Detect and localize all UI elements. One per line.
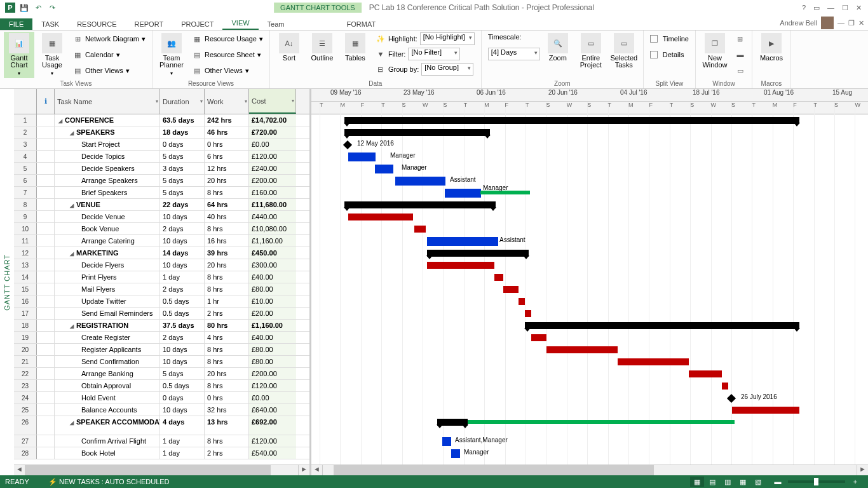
group-dropdown[interactable]: [No Group] <box>421 63 473 76</box>
cell-cost[interactable]: £0.00 <box>249 139 296 150</box>
row-number[interactable]: 1 <box>14 114 37 126</box>
gantt-bar[interactable] <box>546 346 618 353</box>
cell-cost[interactable]: £200.00 <box>249 368 296 379</box>
row-number[interactable]: 19 <box>14 332 37 343</box>
cell-duration[interactable]: 1 day <box>160 271 205 283</box>
cell-task-name[interactable]: Decide Topics <box>55 151 160 162</box>
cell-work[interactable]: 8 hrs <box>205 435 249 447</box>
cell-task-name[interactable]: ◢SPEAKERS <box>55 126 160 138</box>
table-row[interactable]: 4Decide Topics5 days6 hrs£120.00 <box>14 151 309 163</box>
save-icon[interactable]: 💾 <box>19 3 29 13</box>
cell-task-name[interactable]: Register Applicants <box>55 344 160 355</box>
table-row[interactable]: 27Confirm Arrival Flight1 day8 hrs£120.0… <box>14 435 309 447</box>
highlight-dropdown[interactable]: [No Highlight] <box>420 32 475 45</box>
resource-usage-button[interactable]: ▦Resource Usage ▾ <box>189 32 266 46</box>
mdi-minimize-icon[interactable]: — <box>837 19 844 27</box>
cell-work[interactable]: 8 hrs <box>205 356 249 367</box>
gantt-bar[interactable] <box>531 334 546 341</box>
cell-task-name[interactable]: Mail Flyers <box>55 283 160 295</box>
col-duration[interactable]: Duration▾ <box>160 89 205 114</box>
gantt-bar[interactable] <box>414 226 426 233</box>
cell-cost[interactable]: £692.00 <box>249 416 296 435</box>
cell-task-name[interactable]: ◢SPEAKER ACCOMMODATION <box>55 416 160 435</box>
cell-work[interactable]: 8 hrs <box>205 271 249 283</box>
cell-cost[interactable]: £11,680.00 <box>249 199 296 210</box>
cell-duration[interactable]: 0.5 days <box>160 380 205 391</box>
cell-task-name[interactable]: Hold Event <box>55 392 160 403</box>
milestone[interactable] <box>727 394 736 403</box>
zoom-in-icon[interactable]: + <box>848 477 862 487</box>
cell-cost[interactable]: £1,160.00 <box>249 320 296 331</box>
cell-duration[interactable]: 4 days <box>160 416 205 435</box>
row-number[interactable]: 8 <box>14 199 37 210</box>
row-number[interactable]: 3 <box>14 139 37 150</box>
tab-format[interactable]: FORMAT <box>338 18 385 30</box>
outline-button[interactable]: ☰Outline <box>307 32 337 63</box>
mdi-close-icon[interactable]: ✕ <box>858 19 864 27</box>
scroll-left-icon[interactable]: ◄ <box>311 465 322 475</box>
cell-duration[interactable]: 22 days <box>160 199 205 210</box>
network-diagram-button[interactable]: ⊞Network Diagram ▾ <box>70 32 148 46</box>
cell-duration[interactable]: 63.5 days <box>160 114 205 126</box>
cell-work[interactable]: 39 hrs <box>205 247 249 259</box>
row-number[interactable]: 6 <box>14 175 37 186</box>
row-number[interactable]: 14 <box>14 271 37 283</box>
row-number[interactable]: 5 <box>14 163 37 174</box>
table-row[interactable]: 20Register Applicants10 days8 hrs£80.00 <box>14 344 309 356</box>
cell-task-name[interactable]: Balance Accounts <box>55 404 160 416</box>
cell-work[interactable]: 80 hrs <box>205 320 249 331</box>
gantt-bar[interactable] <box>375 165 393 173</box>
cell-work[interactable]: 20 hrs <box>205 175 249 186</box>
tab-task[interactable]: TASK <box>32 18 68 30</box>
row-number[interactable]: 21 <box>14 356 37 367</box>
gantt-bar[interactable] <box>348 152 376 161</box>
cell-work[interactable]: 8 hrs <box>205 283 249 295</box>
cell-task-name[interactable]: ◢VENUE <box>55 199 160 210</box>
collapse-icon[interactable]: ◢ <box>70 323 74 329</box>
help-icon[interactable]: ? <box>802 4 806 12</box>
cell-cost[interactable]: £20.00 <box>249 308 296 319</box>
new-window-button[interactable]: ❐New Window <box>700 32 730 70</box>
cell-cost[interactable]: £40.00 <box>249 332 296 343</box>
cell-duration[interactable]: 1 day <box>160 447 205 459</box>
cell-task-name[interactable]: Decide Flyers <box>55 259 160 271</box>
cell-work[interactable]: 0 hrs <box>205 392 249 403</box>
table-row[interactable]: 24Hold Event0 days0 hrs£0.00 <box>14 392 309 404</box>
view-gantt-icon[interactable]: ▦ <box>690 477 704 487</box>
cell-cost[interactable]: £1,160.00 <box>249 235 296 247</box>
cell-task-name[interactable]: Update Twitter <box>55 295 160 307</box>
cell-duration[interactable]: 5 days <box>160 187 205 198</box>
cell-work[interactable]: 64 hrs <box>205 199 249 210</box>
table-row[interactable]: 11Arrange Catering10 days16 hrs£1,160.00 <box>14 235 309 247</box>
details-checkbox[interactable]: Details <box>648 48 691 62</box>
cell-cost[interactable]: £450.00 <box>249 247 296 259</box>
gantt-bar[interactable] <box>525 310 531 317</box>
row-number[interactable]: 27 <box>14 435 37 447</box>
cell-cost[interactable]: £240.00 <box>249 163 296 174</box>
cell-cost[interactable]: £0.00 <box>249 392 296 403</box>
cell-duration[interactable]: 10 days <box>160 211 205 222</box>
table-row[interactable]: 3Start Project0 days0 hrs£0.00 <box>14 139 309 151</box>
cell-work[interactable]: 242 hrs <box>205 114 249 126</box>
gantt-bar[interactable] <box>525 322 799 329</box>
sort-button[interactable]: A↓Sort <box>274 32 304 63</box>
cell-cost[interactable]: £540.00 <box>249 447 296 459</box>
gantt-bar[interactable] <box>442 437 451 446</box>
task-usage-button[interactable]: ▦Task Usage▾ <box>37 32 67 78</box>
team-planner-button[interactable]: 👥Team Planner▾ <box>156 32 187 78</box>
tab-file[interactable]: FILE <box>0 18 32 30</box>
table-row[interactable]: 6Arrange Speakers5 days20 hrs£200.00 <box>14 175 309 187</box>
collapse-icon[interactable]: ◢ <box>58 118 62 124</box>
cell-cost[interactable]: £160.00 <box>249 187 296 198</box>
cell-cost[interactable]: £640.00 <box>249 404 296 416</box>
tab-team[interactable]: Team <box>259 18 294 30</box>
row-number[interactable]: 10 <box>14 223 37 234</box>
cell-cost[interactable]: £440.00 <box>249 211 296 222</box>
cell-task-name[interactable]: Start Project <box>55 139 160 150</box>
cell-task-name[interactable]: ◢CONFERENCE <box>55 114 160 126</box>
cell-cost[interactable]: £120.00 <box>249 151 296 162</box>
switch-windows-button[interactable]: ⊞ <box>733 32 748 46</box>
cell-duration[interactable]: 37.5 days <box>160 320 205 331</box>
table-row[interactable]: 23Obtain Approval0.5 days8 hrs£120.00 <box>14 380 309 392</box>
cell-cost[interactable]: £80.00 <box>249 283 296 295</box>
